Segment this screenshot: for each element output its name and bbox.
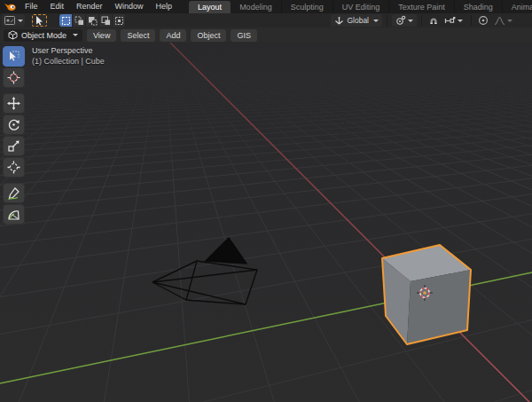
select-mode-invert[interactable]: [99, 14, 113, 27]
chevron-down-icon: [373, 20, 379, 22]
proportional-editing-toggle[interactable]: [476, 14, 490, 27]
select-mode-invert-icon: [100, 15, 112, 27]
tool-rotate-button[interactable]: [3, 114, 25, 135]
tab-texture-paint[interactable]: Texture Paint: [389, 1, 455, 13]
tool-select-box-button[interactable]: [3, 46, 25, 67]
tool-settings-bar: Global: [0, 13, 532, 28]
tool-transform-button[interactable]: [3, 157, 25, 177]
blender-logo-icon[interactable]: [4, 1, 17, 12]
viewport-header: Object Mode ViewSelectAddObjectGIS: [0, 28, 532, 43]
move-icon: [7, 97, 20, 110]
falloff-dropdown[interactable]: [490, 14, 516, 27]
toolrow-right-cluster: Global: [331, 14, 516, 27]
viewport-menu-select[interactable]: Select: [121, 29, 155, 42]
select-mode-extend-icon: [74, 15, 85, 27]
blender-window: FileEditRenderWindowHelp LayoutModelingS…: [0, 0, 532, 402]
active-tool-button[interactable]: [32, 14, 47, 27]
viewport-menu-object[interactable]: Object: [191, 29, 226, 42]
tab-shading[interactable]: Shading: [455, 1, 503, 13]
scene-canvas[interactable]: [0, 43, 532, 402]
cube-icon: [8, 30, 18, 40]
falloff-curve-icon: [494, 16, 505, 26]
tool-annotate-button[interactable]: [3, 183, 25, 203]
pivot-point-icon: [395, 15, 406, 26]
orientation-label: Global: [347, 16, 369, 25]
editor-type-button[interactable]: [2, 14, 25, 27]
select-mode-subtract[interactable]: [86, 14, 99, 27]
menu-render[interactable]: Render: [70, 0, 109, 13]
select-box-icon: [7, 50, 20, 63]
chevron-down-icon: [408, 20, 413, 22]
viewport-menus: ViewSelectAddObjectGIS: [82, 29, 257, 42]
viewport-menu-gis[interactable]: GIS: [231, 29, 257, 42]
topbar: FileEditRenderWindowHelp LayoutModelingS…: [0, 0, 532, 13]
rotate-icon: [7, 118, 20, 131]
separator: [387, 15, 387, 26]
tool-cursor-button[interactable]: [3, 67, 25, 88]
proportional-circle-icon: [478, 15, 489, 26]
transform-icon: [7, 161, 20, 174]
mode-label: Object Mode: [21, 31, 66, 40]
cursor-arrow-icon: [35, 15, 44, 26]
tab-animation[interactable]: Animation: [503, 1, 532, 13]
grid-fade: [0, 43, 532, 176]
menu-edit[interactable]: Edit: [44, 0, 71, 13]
chevron-down-icon: [18, 20, 23, 22]
chevron-down-icon: [73, 34, 78, 36]
select-mode-group: [59, 14, 126, 27]
orientation-axes-icon: [334, 16, 344, 26]
select-mode-new-icon: [60, 15, 72, 27]
measure-icon: [7, 208, 20, 221]
topbar-menus: FileEditRenderWindowHelp: [19, 0, 178, 13]
tab-modeling[interactable]: Modeling: [231, 1, 282, 13]
magnet-icon: [428, 15, 439, 26]
editor-type-icon: [4, 15, 16, 26]
menu-file[interactable]: File: [19, 0, 44, 13]
cursor-icon: [7, 71, 20, 84]
chevron-down-icon: [458, 20, 463, 22]
pivot-point-dropdown[interactable]: [392, 14, 417, 27]
separator: [471, 15, 472, 26]
viewport-menu-add[interactable]: Add: [160, 29, 186, 42]
select-mode-intersect-icon: [113, 15, 125, 27]
scale-icon: [7, 139, 20, 153]
select-mode-subtract-icon: [87, 15, 98, 27]
snap-target-icon: [444, 16, 456, 26]
tab-sculpting[interactable]: Sculpting: [282, 1, 333, 13]
viewport-menu-view[interactable]: View: [87, 29, 116, 42]
select-mode-intersect[interactable]: [113, 14, 126, 27]
separator: [421, 15, 422, 26]
tool-measure-button[interactable]: [3, 204, 25, 225]
tool-scale-button[interactable]: [3, 136, 25, 156]
menu-window[interactable]: Window: [109, 0, 150, 13]
viewport-3d[interactable]: User Perspective (1) Collection | Cube: [0, 43, 532, 402]
workspace-tabs: LayoutModelingSculptingUV EditingTexture…: [189, 0, 532, 13]
select-mode-new[interactable]: [59, 14, 73, 27]
menu-help[interactable]: Help: [150, 0, 179, 13]
snap-toggle-button[interactable]: [426, 14, 441, 27]
tab-layout[interactable]: Layout: [189, 1, 231, 13]
annotate-icon: [7, 186, 20, 200]
select-mode-extend[interactable]: [73, 14, 86, 27]
tool-move-button[interactable]: [3, 93, 25, 114]
toolshelf: [3, 46, 25, 225]
transform-orientation-dropdown[interactable]: Global: [331, 14, 382, 27]
tab-uv-editing[interactable]: UV Editing: [333, 1, 390, 13]
chevron-down-icon: [507, 20, 512, 22]
snap-with-dropdown[interactable]: [441, 14, 466, 27]
object-mode-dropdown[interactable]: Object Mode: [4, 29, 82, 42]
